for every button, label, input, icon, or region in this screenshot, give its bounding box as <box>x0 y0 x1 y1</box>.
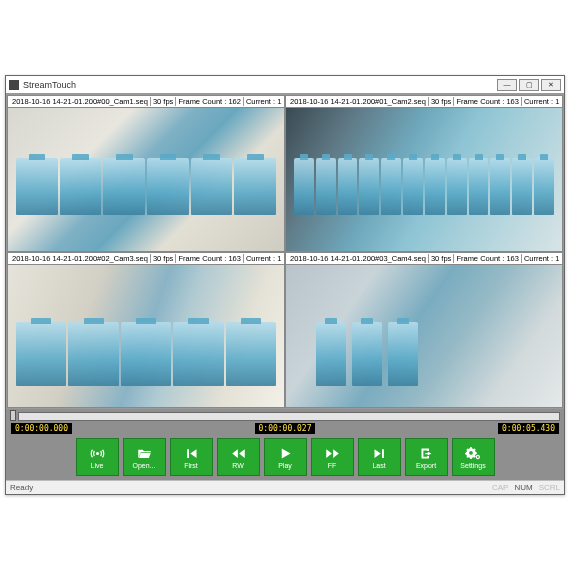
first-label: First <box>184 462 198 469</box>
rewind-button[interactable]: RW <box>217 438 260 476</box>
time-start: 0:00:00.000 <box>11 423 72 434</box>
camera-feed-3 <box>8 265 284 408</box>
rewind-icon <box>230 446 247 461</box>
live-label: Live <box>91 462 104 469</box>
play-button[interactable]: Play <box>264 438 307 476</box>
cam-current: Current : 1 <box>244 254 283 263</box>
close-button[interactable]: ✕ <box>541 79 561 91</box>
rw-label: RW <box>232 462 244 469</box>
maximize-icon: ▢ <box>526 81 533 89</box>
first-button[interactable]: First <box>170 438 213 476</box>
minimize-button[interactable]: — <box>497 79 517 91</box>
skip-last-icon <box>371 446 388 461</box>
time-current: 0:00:00.027 <box>255 423 316 434</box>
skip-first-icon <box>183 446 200 461</box>
num-indicator: NUM <box>514 483 532 492</box>
cam-current: Current : 1 <box>522 254 561 263</box>
camera-feed-2 <box>286 108 562 251</box>
cam-fps: 30 fps <box>429 97 454 106</box>
minimize-icon: — <box>504 81 511 88</box>
open-button[interactable]: Open... <box>123 438 166 476</box>
fast-forward-icon <box>324 446 341 461</box>
cam-file: 2018-10-16 14-21-01.200#03_Cam4.seq <box>288 254 429 263</box>
scrubber-track[interactable] <box>18 412 560 421</box>
play-icon <box>277 446 294 461</box>
camera-panel-3[interactable]: 2018-10-16 14-21-01.200#02_Cam3.seq 30 f… <box>7 252 285 409</box>
forward-button[interactable]: FF <box>311 438 354 476</box>
cam-frames: Frame Count : 163 <box>176 254 244 263</box>
scrubber-row <box>10 412 560 421</box>
control-bar: 0:00:00.000 0:00:00.027 0:00:05.430 Live… <box>6 409 564 480</box>
broadcast-icon <box>89 446 106 461</box>
cam-fps: 30 fps <box>429 254 454 263</box>
app-window: StreamTouch — ▢ ✕ 2018-10-16 14-21-01.20… <box>5 75 565 495</box>
cam-file: 2018-10-16 14-21-01.200#00_Cam1.seq <box>10 97 151 106</box>
time-end: 0:00:05.430 <box>498 423 559 434</box>
svg-point-0 <box>95 451 98 454</box>
scrubber-thumb[interactable] <box>10 410 16 421</box>
cam-file: 2018-10-16 14-21-01.200#02_Cam3.seq <box>10 254 151 263</box>
title-bar[interactable]: StreamTouch — ▢ ✕ <box>6 76 564 94</box>
last-button[interactable]: Last <box>358 438 401 476</box>
close-icon: ✕ <box>548 81 554 89</box>
camera-feed-4 <box>286 265 562 408</box>
camera-panel-2[interactable]: 2018-10-16 14-21-01.200#01_Cam2.seq 30 f… <box>285 95 563 252</box>
window-title: StreamTouch <box>23 80 495 90</box>
export-label: Export <box>416 462 436 469</box>
app-icon <box>9 80 19 90</box>
cam-frames: Frame Count : 163 <box>454 97 522 106</box>
cap-indicator: CAP <box>492 483 508 492</box>
camera-grid: 2018-10-16 14-21-01.200#00_Cam1.seq 30 f… <box>6 94 564 409</box>
toolbar: Live Open... First RW Play FF <box>10 436 560 479</box>
maximize-button[interactable]: ▢ <box>519 79 539 91</box>
last-label: Last <box>372 462 385 469</box>
cam-frames: Frame Count : 163 <box>454 254 522 263</box>
gears-icon <box>465 446 482 461</box>
status-bar: Ready CAP NUM SCRL <box>6 480 564 494</box>
cam-frames: Frame Count : 162 <box>176 97 244 106</box>
cam-fps: 30 fps <box>151 254 176 263</box>
camera-panel-4[interactable]: 2018-10-16 14-21-01.200#03_Cam4.seq 30 f… <box>285 252 563 409</box>
camera-info-3: 2018-10-16 14-21-01.200#02_Cam3.seq 30 f… <box>8 253 284 265</box>
export-icon <box>418 446 435 461</box>
live-button[interactable]: Live <box>76 438 119 476</box>
folder-open-icon <box>136 446 153 461</box>
camera-info-1: 2018-10-16 14-21-01.200#00_Cam1.seq 30 f… <box>8 96 284 108</box>
open-label: Open... <box>133 462 156 469</box>
cam-current: Current : 1 <box>244 97 283 106</box>
camera-panel-1[interactable]: 2018-10-16 14-21-01.200#00_Cam1.seq 30 f… <box>7 95 285 252</box>
play-label: Play <box>278 462 292 469</box>
camera-info-2: 2018-10-16 14-21-01.200#01_Cam2.seq 30 f… <box>286 96 562 108</box>
camera-info-4: 2018-10-16 14-21-01.200#03_Cam4.seq 30 f… <box>286 253 562 265</box>
status-text: Ready <box>10 483 33 492</box>
settings-label: Settings <box>460 462 485 469</box>
cam-file: 2018-10-16 14-21-01.200#01_Cam2.seq <box>288 97 429 106</box>
camera-feed-1 <box>8 108 284 251</box>
scrl-indicator: SCRL <box>539 483 560 492</box>
export-button[interactable]: Export <box>405 438 448 476</box>
cam-current: Current : 1 <box>522 97 561 106</box>
settings-button[interactable]: Settings <box>452 438 495 476</box>
ff-label: FF <box>328 462 337 469</box>
time-row: 0:00:00.000 0:00:00.027 0:00:05.430 <box>10 423 560 434</box>
cam-fps: 30 fps <box>151 97 176 106</box>
